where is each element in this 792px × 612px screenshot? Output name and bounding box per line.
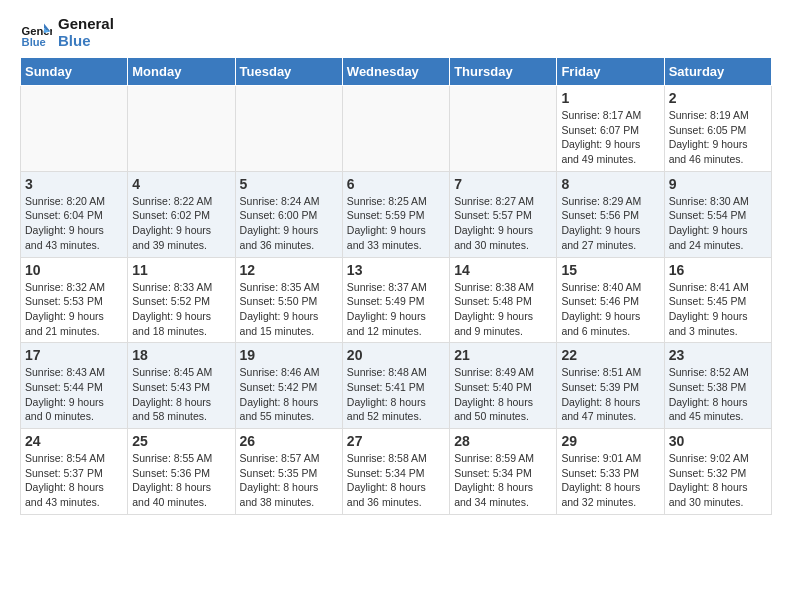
day-cell [21,86,128,172]
day-cell: 9Sunrise: 8:30 AM Sunset: 5:54 PM Daylig… [664,171,771,257]
day-cell: 1Sunrise: 8:17 AM Sunset: 6:07 PM Daylig… [557,86,664,172]
day-number: 6 [347,176,445,192]
weekday-header-wednesday: Wednesday [342,58,449,86]
day-cell: 5Sunrise: 8:24 AM Sunset: 6:00 PM Daylig… [235,171,342,257]
day-info: Sunrise: 8:40 AM Sunset: 5:46 PM Dayligh… [561,280,659,339]
logo-icon: General Blue [20,17,52,49]
day-number: 3 [25,176,123,192]
logo-blue: Blue [58,33,114,50]
day-info: Sunrise: 8:49 AM Sunset: 5:40 PM Dayligh… [454,365,552,424]
day-cell: 21Sunrise: 8:49 AM Sunset: 5:40 PM Dayli… [450,343,557,429]
day-info: Sunrise: 8:19 AM Sunset: 6:05 PM Dayligh… [669,108,767,167]
day-cell: 25Sunrise: 8:55 AM Sunset: 5:36 PM Dayli… [128,429,235,515]
day-cell: 23Sunrise: 8:52 AM Sunset: 5:38 PM Dayli… [664,343,771,429]
day-cell: 10Sunrise: 8:32 AM Sunset: 5:53 PM Dayli… [21,257,128,343]
day-info: Sunrise: 8:58 AM Sunset: 5:34 PM Dayligh… [347,451,445,510]
day-cell: 16Sunrise: 8:41 AM Sunset: 5:45 PM Dayli… [664,257,771,343]
week-row-4: 17Sunrise: 8:43 AM Sunset: 5:44 PM Dayli… [21,343,772,429]
day-number: 19 [240,347,338,363]
day-cell: 28Sunrise: 8:59 AM Sunset: 5:34 PM Dayli… [450,429,557,515]
day-cell: 24Sunrise: 8:54 AM Sunset: 5:37 PM Dayli… [21,429,128,515]
day-cell: 30Sunrise: 9:02 AM Sunset: 5:32 PM Dayli… [664,429,771,515]
svg-text:Blue: Blue [22,35,46,47]
day-info: Sunrise: 8:46 AM Sunset: 5:42 PM Dayligh… [240,365,338,424]
header: General Blue General Blue [20,16,772,49]
day-number: 10 [25,262,123,278]
day-number: 7 [454,176,552,192]
day-number: 16 [669,262,767,278]
day-number: 30 [669,433,767,449]
day-number: 12 [240,262,338,278]
day-info: Sunrise: 8:43 AM Sunset: 5:44 PM Dayligh… [25,365,123,424]
day-cell: 15Sunrise: 8:40 AM Sunset: 5:46 PM Dayli… [557,257,664,343]
day-cell: 14Sunrise: 8:38 AM Sunset: 5:48 PM Dayli… [450,257,557,343]
day-info: Sunrise: 8:30 AM Sunset: 5:54 PM Dayligh… [669,194,767,253]
day-info: Sunrise: 8:32 AM Sunset: 5:53 PM Dayligh… [25,280,123,339]
day-info: Sunrise: 8:20 AM Sunset: 6:04 PM Dayligh… [25,194,123,253]
day-cell: 13Sunrise: 8:37 AM Sunset: 5:49 PM Dayli… [342,257,449,343]
day-number: 5 [240,176,338,192]
week-row-1: 1Sunrise: 8:17 AM Sunset: 6:07 PM Daylig… [21,86,772,172]
day-cell: 2Sunrise: 8:19 AM Sunset: 6:05 PM Daylig… [664,86,771,172]
day-cell: 22Sunrise: 8:51 AM Sunset: 5:39 PM Dayli… [557,343,664,429]
day-info: Sunrise: 8:38 AM Sunset: 5:48 PM Dayligh… [454,280,552,339]
day-cell: 29Sunrise: 9:01 AM Sunset: 5:33 PM Dayli… [557,429,664,515]
day-cell: 26Sunrise: 8:57 AM Sunset: 5:35 PM Dayli… [235,429,342,515]
day-number: 18 [132,347,230,363]
day-cell: 12Sunrise: 8:35 AM Sunset: 5:50 PM Dayli… [235,257,342,343]
day-info: Sunrise: 8:35 AM Sunset: 5:50 PM Dayligh… [240,280,338,339]
day-cell [128,86,235,172]
day-info: Sunrise: 8:29 AM Sunset: 5:56 PM Dayligh… [561,194,659,253]
page: General Blue General Blue SundayMondayTu… [0,0,792,531]
day-number: 29 [561,433,659,449]
day-info: Sunrise: 8:41 AM Sunset: 5:45 PM Dayligh… [669,280,767,339]
day-cell: 7Sunrise: 8:27 AM Sunset: 5:57 PM Daylig… [450,171,557,257]
day-info: Sunrise: 8:54 AM Sunset: 5:37 PM Dayligh… [25,451,123,510]
day-number: 27 [347,433,445,449]
day-number: 20 [347,347,445,363]
day-info: Sunrise: 9:01 AM Sunset: 5:33 PM Dayligh… [561,451,659,510]
day-cell: 18Sunrise: 8:45 AM Sunset: 5:43 PM Dayli… [128,343,235,429]
week-row-5: 24Sunrise: 8:54 AM Sunset: 5:37 PM Dayli… [21,429,772,515]
day-cell [235,86,342,172]
day-info: Sunrise: 8:24 AM Sunset: 6:00 PM Dayligh… [240,194,338,253]
day-cell: 3Sunrise: 8:20 AM Sunset: 6:04 PM Daylig… [21,171,128,257]
day-number: 15 [561,262,659,278]
day-number: 14 [454,262,552,278]
logo: General Blue General Blue [20,16,114,49]
day-cell: 20Sunrise: 8:48 AM Sunset: 5:41 PM Dayli… [342,343,449,429]
day-number: 1 [561,90,659,106]
weekday-header-friday: Friday [557,58,664,86]
week-row-2: 3Sunrise: 8:20 AM Sunset: 6:04 PM Daylig… [21,171,772,257]
day-number: 4 [132,176,230,192]
day-info: Sunrise: 8:51 AM Sunset: 5:39 PM Dayligh… [561,365,659,424]
day-info: Sunrise: 8:45 AM Sunset: 5:43 PM Dayligh… [132,365,230,424]
day-info: Sunrise: 8:27 AM Sunset: 5:57 PM Dayligh… [454,194,552,253]
day-number: 26 [240,433,338,449]
calendar: SundayMondayTuesdayWednesdayThursdayFrid… [20,57,772,515]
day-number: 13 [347,262,445,278]
day-number: 22 [561,347,659,363]
day-info: Sunrise: 8:48 AM Sunset: 5:41 PM Dayligh… [347,365,445,424]
week-row-3: 10Sunrise: 8:32 AM Sunset: 5:53 PM Dayli… [21,257,772,343]
day-info: Sunrise: 8:55 AM Sunset: 5:36 PM Dayligh… [132,451,230,510]
day-cell: 17Sunrise: 8:43 AM Sunset: 5:44 PM Dayli… [21,343,128,429]
day-cell [342,86,449,172]
day-info: Sunrise: 8:59 AM Sunset: 5:34 PM Dayligh… [454,451,552,510]
day-cell: 4Sunrise: 8:22 AM Sunset: 6:02 PM Daylig… [128,171,235,257]
weekday-header-thursday: Thursday [450,58,557,86]
day-info: Sunrise: 8:25 AM Sunset: 5:59 PM Dayligh… [347,194,445,253]
day-info: Sunrise: 8:52 AM Sunset: 5:38 PM Dayligh… [669,365,767,424]
weekday-header-row: SundayMondayTuesdayWednesdayThursdayFrid… [21,58,772,86]
day-info: Sunrise: 8:57 AM Sunset: 5:35 PM Dayligh… [240,451,338,510]
day-info: Sunrise: 8:37 AM Sunset: 5:49 PM Dayligh… [347,280,445,339]
weekday-header-monday: Monday [128,58,235,86]
day-number: 24 [25,433,123,449]
day-info: Sunrise: 8:17 AM Sunset: 6:07 PM Dayligh… [561,108,659,167]
day-number: 2 [669,90,767,106]
day-number: 9 [669,176,767,192]
day-cell: 11Sunrise: 8:33 AM Sunset: 5:52 PM Dayli… [128,257,235,343]
day-info: Sunrise: 9:02 AM Sunset: 5:32 PM Dayligh… [669,451,767,510]
weekday-header-saturday: Saturday [664,58,771,86]
day-cell: 27Sunrise: 8:58 AM Sunset: 5:34 PM Dayli… [342,429,449,515]
